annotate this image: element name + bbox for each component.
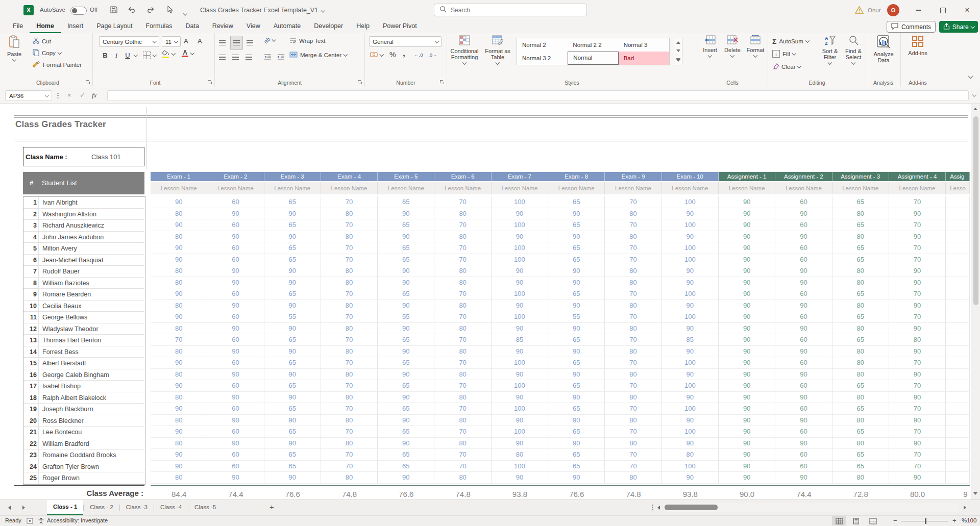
grade-cell[interactable]: 90 [719, 472, 775, 484]
grade-cell[interactable]: 70 [434, 461, 491, 472]
grade-cell[interactable]: 90 [207, 369, 264, 381]
student-number[interactable]: 15 [23, 358, 39, 369]
grade-cell[interactable]: 90 [264, 369, 321, 381]
student-name[interactable]: Rudolf Bauer [39, 266, 144, 278]
font-dialog-launcher-icon[interactable] [208, 80, 212, 85]
grade-cell[interactable]: 90 [662, 472, 719, 484]
grade-cell[interactable]: 100 [492, 380, 548, 392]
sheet-tab-class-3[interactable]: Class -3 [120, 500, 154, 515]
grade-cell[interactable]: 80 [605, 472, 662, 484]
student-number[interactable]: 4 [23, 232, 39, 243]
grade-cell[interactable]: 90 [775, 231, 832, 243]
grade-cell[interactable]: 90 [719, 196, 775, 208]
grade-cell[interactable]: 90 [889, 323, 946, 335]
grade-cell[interactable]: 90 [264, 208, 321, 220]
grade-cell[interactable]: 100 [662, 311, 719, 323]
excel-logo-icon[interactable]: X [23, 5, 34, 15]
grade-cell[interactable]: 70 [434, 334, 491, 346]
grade-cell-partial[interactable] [946, 346, 970, 358]
sheet-tab-class-4[interactable]: Class -4 [154, 500, 188, 515]
grade-cell[interactable]: 80 [151, 472, 207, 484]
grade-cell[interactable]: 90 [719, 231, 775, 243]
student-number[interactable]: 19 [23, 404, 39, 415]
grade-cell[interactable]: 60 [207, 288, 264, 300]
grade-cell[interactable]: 70 [605, 380, 662, 392]
grade-cell[interactable]: 80 [321, 300, 378, 312]
column-header-exam-8[interactable]: Exam - 8 [548, 172, 605, 181]
vertical-scroll-thumb[interactable] [973, 116, 978, 305]
cell-style-normal-2-2[interactable]: Normal 2 2 [568, 38, 618, 52]
column-header-exam-5[interactable]: Exam - 5 [378, 172, 434, 181]
grade-cell-partial[interactable] [946, 323, 970, 335]
student-number[interactable]: 13 [23, 335, 39, 346]
zoom-in-button[interactable]: + [952, 517, 957, 524]
cell-style-normal-3[interactable]: Normal 3 [619, 38, 669, 52]
grade-cell-partial[interactable] [946, 288, 970, 300]
grade-cell[interactable]: 80 [832, 300, 889, 312]
lesson-name-cell[interactable]: Lesson Name [151, 181, 207, 194]
grade-cell[interactable]: 90 [719, 254, 775, 266]
lesson-name-cell[interactable]: Lesson Name [605, 181, 662, 194]
grade-cell[interactable]: 55 [378, 311, 434, 323]
grade-cell[interactable]: 65 [378, 196, 434, 208]
grade-cell[interactable]: 65 [378, 449, 434, 461]
grade-cell[interactable]: 90 [151, 357, 207, 369]
grade-cell[interactable]: 70 [321, 311, 378, 323]
grade-cell[interactable]: 90 [775, 369, 832, 381]
grade-cell[interactable]: 80 [492, 449, 548, 461]
alignment-dialog-launcher-icon[interactable] [358, 80, 362, 85]
grade-cell[interactable]: 90 [378, 438, 434, 449]
student-name[interactable]: Richard Anuszkiewicz [39, 220, 144, 232]
grade-cell[interactable]: 65 [264, 403, 321, 415]
fill-button[interactable]: ↓ Fill [772, 50, 795, 58]
grade-cell[interactable]: 80 [151, 208, 207, 220]
grade-cell[interactable]: 90 [207, 392, 264, 404]
student-number[interactable]: 21 [23, 427, 39, 438]
grade-cell[interactable]: 90 [492, 265, 548, 277]
grade-cell[interactable]: 90 [492, 323, 548, 335]
lesson-name-cell[interactable]: Lesson Name [492, 181, 548, 194]
grade-cell[interactable]: 60 [207, 311, 264, 323]
grade-cell[interactable]: 80 [151, 438, 207, 449]
grade-cell[interactable]: 100 [492, 242, 548, 254]
grade-cell[interactable]: 65 [548, 426, 605, 438]
grade-cell[interactable]: 90 [264, 472, 321, 484]
student-number[interactable]: 20 [23, 415, 39, 427]
grade-cell[interactable]: 70 [889, 403, 946, 415]
lesson-name-cell[interactable]: Lesson Name [264, 181, 321, 194]
grade-cell[interactable]: 80 [605, 265, 662, 277]
grade-cell[interactable]: 70 [434, 196, 491, 208]
grade-cell[interactable]: 65 [548, 449, 605, 461]
grade-cell[interactable]: 80 [151, 346, 207, 358]
grade-cell[interactable]: 90 [151, 426, 207, 438]
grade-cell[interactable]: 60 [207, 357, 264, 369]
grade-cell[interactable]: 80 [832, 438, 889, 449]
grade-cell[interactable]: 90 [719, 357, 775, 369]
grade-cell[interactable]: 80 [321, 438, 378, 449]
close-button[interactable]: × [959, 0, 976, 20]
grade-cell[interactable]: 65 [548, 357, 605, 369]
grade-cell[interactable]: 90 [719, 323, 775, 335]
student-number[interactable]: 17 [23, 381, 39, 392]
student-name[interactable]: Lee Bontecou [39, 427, 144, 438]
grade-cell[interactable]: 60 [775, 357, 832, 369]
grade-cell[interactable]: 70 [321, 288, 378, 300]
comments-button[interactable]: Comments [887, 21, 936, 33]
grade-cell[interactable]: 90 [775, 438, 832, 449]
student-number[interactable]: 25 [23, 472, 39, 484]
grade-cell[interactable]: 80 [321, 231, 378, 243]
conditional-formatting-button[interactable]: Conditional Formatting [448, 35, 481, 65]
insert-cells-button[interactable]: Insert [700, 35, 720, 58]
grade-cell[interactable]: 60 [207, 242, 264, 254]
bold-button[interactable]: B [101, 52, 109, 59]
number-format-select[interactable]: General [369, 36, 442, 47]
column-header-assignment-1[interactable]: Assignment - 1 [719, 172, 775, 181]
increase-indent-icon[interactable] [277, 53, 285, 62]
column-header-assignment-4[interactable]: Assignment - 4 [889, 172, 946, 181]
accessibility-icon[interactable] [38, 517, 44, 525]
grade-cell[interactable]: 70 [605, 254, 662, 266]
cell-style-bad[interactable]: Bad [619, 52, 669, 65]
accessibility-status[interactable]: Accessibility: Investigate [47, 517, 108, 523]
grade-cell[interactable]: 70 [889, 288, 946, 300]
student-name[interactable]: Wladyslaw Theodor [39, 323, 144, 335]
